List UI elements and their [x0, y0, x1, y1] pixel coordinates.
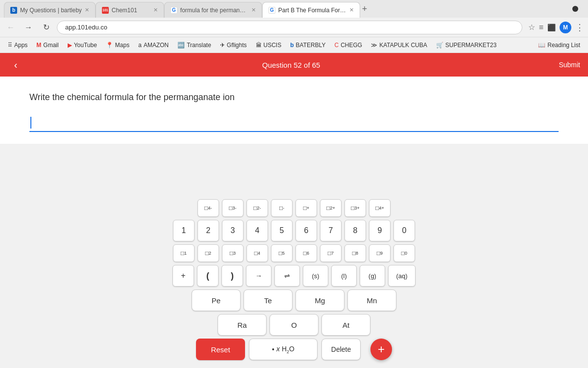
- key-3plus[interactable]: □3+: [344, 199, 366, 217]
- key-aqueous[interactable]: (aq): [388, 265, 416, 287]
- tab-chem101-close[interactable]: ✕: [153, 7, 158, 13]
- key-plus-sup[interactable]: □+: [295, 199, 317, 217]
- amazon-icon: a: [138, 42, 142, 49]
- tab-bartleby[interactable]: b My Questions | bartleby ✕: [4, 2, 96, 18]
- answer-field[interactable]: [29, 114, 559, 132]
- bookmark-uscis[interactable]: 🏛 USCIS: [252, 40, 286, 51]
- bookmark-youtube[interactable]: ▶ YouTube: [64, 40, 101, 51]
- tab-google1[interactable]: G formula for the permanganate ✕: [164, 2, 262, 18]
- address-input[interactable]: [57, 21, 522, 34]
- bookmark-gmail[interactable]: M Gmail: [32, 40, 62, 51]
- key-solid[interactable]: (s): [303, 265, 328, 287]
- bookmark-translate-label: Translate: [187, 42, 211, 49]
- back-button-app[interactable]: ‹: [8, 57, 24, 73]
- bookmark-star-icon[interactable]: ☆: [528, 23, 535, 32]
- tab-chem101[interactable]: 101 Chem101 ✕: [96, 2, 164, 18]
- extensions-icon[interactable]: ⬛: [547, 24, 556, 31]
- key-sub6[interactable]: □6: [295, 244, 317, 262]
- key-sub1[interactable]: □1: [173, 244, 195, 262]
- delete-button[interactable]: Delete: [321, 339, 361, 360]
- gflights-icon: ✈: [220, 42, 225, 49]
- key-4[interactable]: 4: [246, 220, 268, 241]
- tab-bartleby-close[interactable]: ✕: [85, 7, 89, 13]
- element-row-1: Pe Te Mg Mn: [192, 289, 396, 311]
- key-sub9[interactable]: □9: [369, 244, 391, 262]
- content-spacer: [0, 144, 588, 193]
- key-3[interactable]: 3: [222, 220, 244, 241]
- key-element-o[interactable]: O: [270, 314, 318, 336]
- key-6[interactable]: 6: [295, 220, 317, 241]
- key-4plus[interactable]: □4+: [369, 199, 391, 217]
- key-2plus[interactable]: □2+: [320, 199, 342, 217]
- key-7[interactable]: 7: [320, 220, 342, 241]
- key-2minus[interactable]: □2-: [246, 199, 268, 217]
- key-sub2[interactable]: □2: [197, 244, 219, 262]
- key-sub8[interactable]: □8: [344, 244, 366, 262]
- bookmark-list-icon[interactable]: ≡: [539, 23, 543, 32]
- key-right-arrow[interactable]: →: [246, 265, 271, 287]
- key-element-mn[interactable]: Mn: [347, 289, 396, 311]
- key-0[interactable]: 0: [393, 220, 415, 241]
- key-gas[interactable]: (g): [360, 265, 385, 287]
- address-bar: ← → ↻ ☆ ≡ ⬛ M ⋮: [0, 18, 588, 37]
- bookmark-baterbly[interactable]: b BATERBLY: [286, 40, 329, 51]
- question-counter: Question 52 of 65: [262, 61, 320, 69]
- account-avatar[interactable]: M: [560, 22, 571, 33]
- key-open-paren[interactable]: (: [197, 265, 219, 287]
- new-tab-button[interactable]: +: [362, 4, 368, 14]
- key-2[interactable]: 2: [197, 220, 219, 241]
- key-plus[interactable]: +: [172, 265, 194, 287]
- bookmark-chegg[interactable]: C CHEGG: [330, 40, 366, 51]
- key-sub0[interactable]: □0: [393, 244, 415, 262]
- tab-google1-close[interactable]: ✕: [251, 7, 256, 13]
- menu-icon[interactable]: ⋮: [575, 22, 584, 33]
- bookmark-apps[interactable]: ⠿ Apps: [4, 40, 31, 51]
- back-button[interactable]: ←: [4, 21, 18, 34]
- bookmark-katapulk[interactable]: ≫ KATAPULK CUBA: [367, 40, 431, 51]
- key-8[interactable]: 8: [344, 220, 366, 241]
- maps-icon: 📍: [106, 42, 113, 49]
- water-button[interactable]: • x H2O: [249, 339, 318, 360]
- key-element-ra[interactable]: Ra: [218, 314, 267, 336]
- key-element-mg[interactable]: Mg: [295, 289, 344, 311]
- bookmark-amazon[interactable]: a AMAZON: [134, 40, 172, 51]
- number-row: 1 2 3 4 5 6 7 8 9 0: [173, 220, 415, 241]
- bookmark-gflights[interactable]: ✈ Gflights: [216, 40, 251, 51]
- key-element-pe[interactable]: Pe: [192, 289, 241, 311]
- water-dot: •: [272, 345, 274, 353]
- key-sub4[interactable]: □4: [246, 244, 268, 262]
- key-element-te[interactable]: Te: [244, 289, 293, 311]
- reset-button[interactable]: Reset: [196, 339, 245, 360]
- key-element-at[interactable]: At: [321, 314, 370, 336]
- key-4minus[interactable]: □4-: [197, 199, 219, 217]
- tab-partb[interactable]: G Part B The Formula For The Ox ✕: [262, 2, 360, 18]
- key-9[interactable]: 9: [369, 220, 391, 241]
- uscis-icon: 🏛: [256, 42, 262, 49]
- bookmark-maps[interactable]: 📍 Maps: [102, 40, 133, 51]
- key-sub3[interactable]: □3: [222, 244, 244, 262]
- key-sub7[interactable]: □7: [320, 244, 342, 262]
- tab-partb-label: Part B The Formula For The Ox: [278, 7, 346, 14]
- submit-button[interactable]: Submit: [559, 61, 580, 69]
- key-minus[interactable]: □-: [271, 199, 293, 217]
- fab-button[interactable]: +: [370, 339, 392, 360]
- supermarket-icon: 🛒: [436, 42, 443, 49]
- forward-button[interactable]: →: [22, 21, 35, 34]
- key-5[interactable]: 5: [271, 220, 293, 241]
- tab-partb-close[interactable]: ✕: [349, 7, 354, 13]
- key-sub5[interactable]: □5: [271, 244, 293, 262]
- tab-chem101-label: Chem101: [112, 7, 150, 14]
- key-3minus[interactable]: □3-: [222, 199, 244, 217]
- key-equilibrium-arrow[interactable]: ⇌: [274, 265, 300, 287]
- key-1[interactable]: 1: [173, 220, 195, 241]
- key-liquid[interactable]: (l): [331, 265, 357, 287]
- text-cursor: [30, 117, 31, 129]
- bookmark-uscis-label: USCIS: [264, 42, 282, 49]
- bookmark-translate[interactable]: 🔤 Translate: [173, 40, 215, 51]
- key-close-paren[interactable]: ): [221, 265, 243, 287]
- water-label: x H2O: [276, 345, 294, 354]
- bookmark-reading-list[interactable]: 📖 Reading List: [534, 40, 584, 51]
- bookmark-supermarket[interactable]: 🛒 SUPERMARKET23: [432, 40, 501, 51]
- bookmark-apps-label: Apps: [14, 42, 27, 49]
- refresh-button[interactable]: ↻: [39, 21, 53, 34]
